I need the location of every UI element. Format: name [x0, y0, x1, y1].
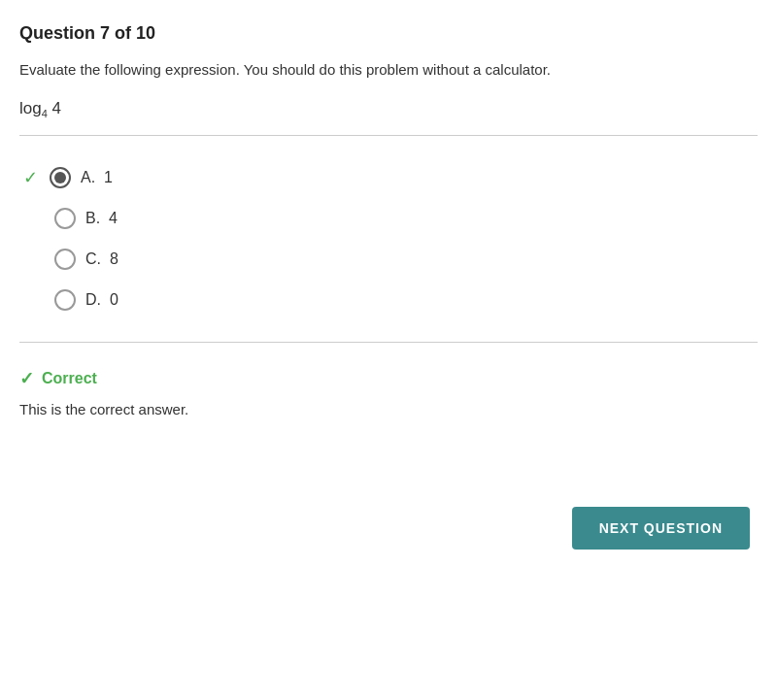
options-list: ✓ A. 1 B. 4 C. 8 D. 0 — [19, 148, 758, 330]
option-b-label: B. 4 — [85, 210, 118, 227]
radio-a[interactable] — [50, 167, 71, 188]
footer: NEXT QUESTION — [19, 491, 758, 565]
radio-a-inner — [54, 172, 66, 183]
question-header: Question 7 of 10 — [19, 23, 758, 44]
radio-d[interactable] — [54, 289, 76, 311]
radio-b[interactable] — [54, 208, 76, 229]
correct-label: ✓ Correct — [19, 368, 758, 389]
divider-top — [19, 135, 758, 136]
option-c-label: C. 8 — [85, 250, 118, 268]
correct-check-icon: ✓ — [19, 368, 34, 389]
question-instruction: Evaluate the following expression. You s… — [19, 59, 758, 82]
checkmark-icon: ✓ — [23, 167, 38, 188]
feedback-section: ✓ Correct This is the correct answer. — [19, 354, 758, 452]
option-a-label: A. 1 — [81, 169, 113, 186]
radio-c[interactable] — [54, 249, 76, 270]
correct-description: This is the correct answer. — [19, 401, 758, 417]
correct-status: Correct — [42, 370, 97, 387]
option-b[interactable]: B. 4 — [19, 198, 758, 239]
option-d[interactable]: D. 0 — [19, 280, 758, 320]
math-expression: log4 4 — [19, 99, 758, 119]
option-c[interactable]: C. 8 — [19, 239, 758, 280]
next-question-button[interactable]: NEXT QUESTION — [572, 507, 750, 550]
option-a[interactable]: ✓ A. 1 — [19, 157, 758, 198]
option-d-label: D. 0 — [85, 291, 118, 309]
divider-bottom — [19, 342, 758, 343]
